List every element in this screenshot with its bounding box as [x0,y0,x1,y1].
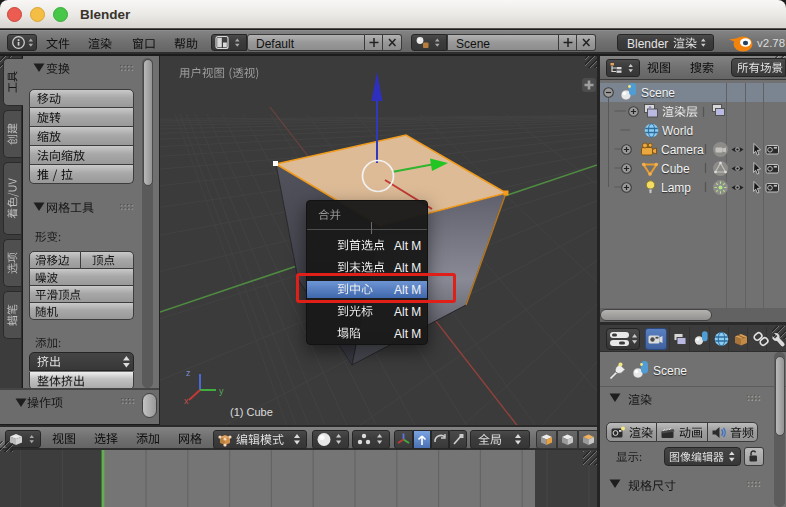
svg-text:y: y [219,386,224,396]
svg-text:z: z [186,368,191,378]
svg-text:x: x [184,396,189,406]
